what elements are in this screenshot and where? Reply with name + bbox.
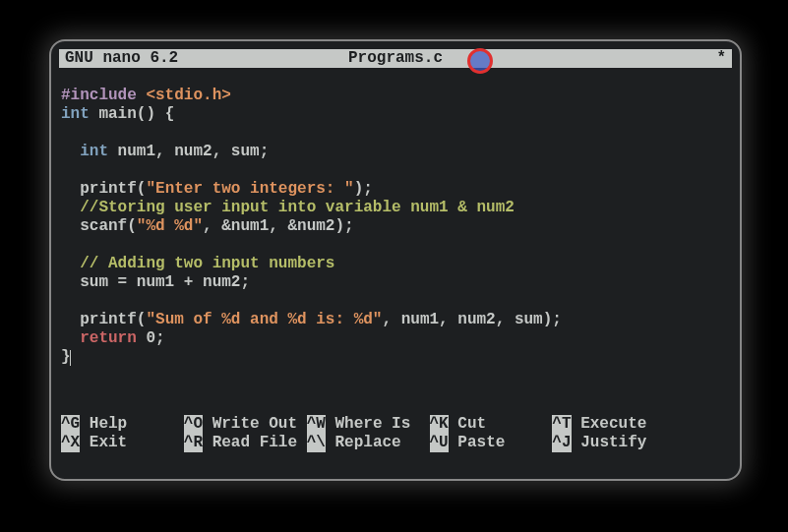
- code-token: scanf(: [61, 217, 137, 235]
- code-token: , &num1, &num2);: [203, 217, 354, 235]
- code-token: 0;: [137, 329, 165, 347]
- code-token: [61, 199, 80, 216]
- shortcut-key[interactable]: ^\: [307, 434, 326, 452]
- nano-shortcut-bar: ^G Help ^O Write Out ^W Where Is ^K Cut …: [59, 396, 732, 471]
- shortcut-key[interactable]: ^X: [61, 434, 80, 452]
- code-token: [61, 329, 80, 347]
- shortcut-label: Paste: [457, 434, 505, 451]
- shortcut-key[interactable]: ^G: [61, 415, 80, 434]
- code-token: <stdio.h>: [137, 87, 231, 104]
- code-token: //Storing user input into variable num1 …: [80, 199, 515, 216]
- shortcut-key[interactable]: ^J: [552, 434, 571, 452]
- editor-content[interactable]: #include <stdio.h> int main() { int num1…: [59, 68, 732, 385]
- shortcut-key[interactable]: ^U: [430, 434, 449, 452]
- shortcut-label: Read File: [212, 434, 297, 451]
- text-cursor: [70, 350, 71, 366]
- shortcut-label: Execute: [580, 415, 646, 433]
- code-token: "Sum of %d and %d is: %d": [146, 311, 382, 328]
- code-token: return: [80, 329, 137, 347]
- terminal-window: GNU nano 6.2 Programs.c * #include <stdi…: [49, 39, 742, 481]
- shortcut-label: Exit: [90, 434, 127, 451]
- code-token: printf(: [61, 311, 146, 328]
- code-token: , num1, num2, sum);: [382, 311, 561, 328]
- code-token: // Adding two input numbers: [80, 255, 334, 272]
- code-token: );: [354, 180, 373, 198]
- shortcut-key[interactable]: ^O: [184, 415, 203, 434]
- code-token: [61, 255, 80, 272]
- shortcut-label: Replace: [334, 434, 400, 451]
- code-token: int: [80, 143, 108, 160]
- shortcut-label: Where Is: [334, 415, 410, 433]
- shortcut-key[interactable]: ^K: [430, 415, 449, 434]
- code-token: main() {: [90, 105, 174, 123]
- nano-modified-flag: *: [716, 49, 726, 68]
- shortcut-key[interactable]: ^W: [307, 415, 326, 434]
- code-token: printf(: [61, 180, 146, 198]
- nano-version: GNU nano 6.2: [65, 49, 178, 68]
- code-token: int: [61, 105, 90, 123]
- code-token: "Enter two integers: ": [146, 180, 353, 198]
- code-token: sum = num1 + num2;: [61, 273, 250, 291]
- code-token: #include: [61, 87, 137, 104]
- shortcut-label: Cut: [457, 415, 486, 433]
- code-token: num1, num2, sum;: [108, 143, 269, 160]
- nano-title-bar: GNU nano 6.2 Programs.c *: [59, 49, 732, 68]
- shortcut-label: Write Out: [212, 415, 297, 433]
- shortcut-key[interactable]: ^R: [184, 434, 203, 452]
- code-token: [61, 143, 80, 160]
- code-token: "%d %d": [137, 217, 203, 235]
- shortcut-key[interactable]: ^T: [552, 415, 571, 434]
- shortcut-label: Help: [90, 415, 127, 433]
- shortcut-label: Justify: [580, 434, 646, 451]
